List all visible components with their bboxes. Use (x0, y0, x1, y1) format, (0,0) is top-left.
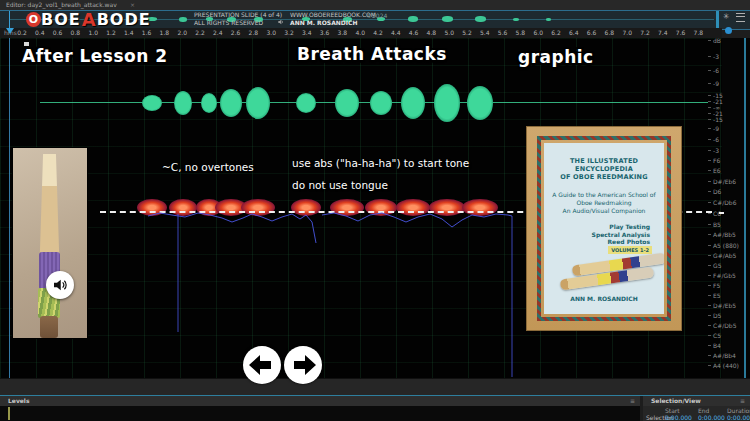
slide-info-text: PRESENTATION SLIDE (4 of 4) (194, 11, 282, 19)
ruler-tick: 7.8 (694, 29, 704, 36)
db-scale-label: -15 (713, 116, 723, 123)
overview-burst (408, 16, 418, 22)
arrow-right-icon (284, 346, 322, 384)
logo-text-a: A (82, 9, 96, 30)
ruler-tick: 2.6 (231, 29, 241, 36)
book-frame-border: THE ILLUSTRATED ENCYCLOPEDIA OF OBOE REE… (537, 136, 671, 321)
levels-panel: Levels ≡ (0, 396, 640, 421)
db-scale-label: -9 (713, 80, 719, 87)
ruler-tick: 7.2 (640, 29, 650, 36)
ruler-tick: 3.8 (338, 29, 348, 36)
book-volumes-badge: VOLUMES 1-2 (608, 246, 652, 254)
overview-burst (442, 16, 453, 22)
meter-line (8, 407, 10, 420)
ruler-tick: 2.4 (213, 29, 223, 36)
book-subtitle-line1: A Guide to the American School of (544, 191, 664, 199)
overview-playhead[interactable] (9, 11, 10, 29)
levels-menu-icon[interactable]: ≡ (630, 396, 635, 406)
pitch-scale-label: A4 (440) (713, 362, 739, 369)
ruler-tick: 6.2 (551, 29, 561, 36)
overview-burst (513, 18, 519, 21)
ruler-tick: 3.4 (302, 29, 312, 36)
ruler-tick: 5.8 (516, 29, 526, 36)
overview-burst (475, 16, 486, 22)
waveform-burst (335, 89, 359, 117)
speaker-small-icon (277, 11, 285, 30)
ruler-tick: 6.6 (587, 29, 597, 36)
ruler-tick: 4.8 (427, 29, 437, 36)
pitch-scale-label: C#/Db6 (713, 199, 736, 206)
ruler-tick: 5.0 (444, 29, 454, 36)
waveform-burst (370, 91, 392, 115)
logo-o-badge: O (26, 12, 41, 27)
logo-text-bode: BODE (97, 10, 151, 29)
lesson-label: After Lesson 2 (22, 46, 168, 66)
scrollbar-edge[interactable] (744, 38, 746, 378)
speaker-icon (51, 276, 69, 294)
ruler-tick: 4.2 (373, 29, 383, 36)
c6-scale-marker (719, 212, 724, 214)
audio-editor-window: Editor: day2_vol1_breath_attack.wav × O … (0, 0, 750, 421)
book-author: ANN M. ROSANDICH (544, 295, 664, 302)
overview-end-handle[interactable] (716, 11, 719, 29)
editor-tab-title[interactable]: Editor: day2_vol1_breath_attack.wav (6, 1, 117, 8)
book-title-line1: THE ILLUSTRATED ENCYCLOPEDIA (544, 157, 664, 173)
ruler-tick: 1.8 (160, 29, 170, 36)
pitch-scale-label: F6 (713, 157, 720, 164)
close-icon[interactable]: × (130, 1, 135, 8)
pitch-scale-label: F5 (713, 282, 720, 289)
ruler-tick: 4.0 (355, 29, 365, 36)
previous-slide-button[interactable] (243, 346, 281, 384)
book-feature: Play Testing (544, 223, 664, 231)
audio-play-button[interactable] (46, 271, 74, 299)
playhead-marker-icon[interactable] (6, 28, 14, 34)
pitch-scale-label: E6 (713, 167, 721, 174)
logo-text-boe: BOE (41, 10, 81, 29)
selview-value: 0:00.000 (665, 414, 692, 421)
selection-view-title: Selection/View (643, 396, 750, 406)
scale-toggle-icon[interactable] (725, 27, 732, 34)
hand-tool-icon[interactable]: ✳ (723, 13, 730, 22)
levels-panel-title: Levels (0, 396, 640, 406)
selview-value: 0:00.00 (727, 414, 750, 421)
overview-burst (546, 18, 551, 21)
rights-text: ALL RIGHTS RESERVED (194, 19, 263, 27)
ruler-tick: 0.8 (71, 29, 81, 36)
transport-bar: 0:00.000 ■▶▌▌▌◀◀◀▶▶▶▌●↻⇄ (0, 378, 750, 396)
ruler-tick: 0.6 (53, 29, 63, 36)
db-scale-label: dB (713, 37, 721, 44)
panel-menu-icon[interactable] (736, 13, 745, 22)
book-feature: Reed Photos (544, 238, 664, 246)
waveform-burst (401, 87, 425, 119)
header-author-text: ANN M. ROSANDICH (290, 19, 357, 27)
selection-view-panel: Selection/View ≡ StartEndDurationSelecti… (643, 396, 750, 421)
ruler-tick: 0.2 (17, 29, 27, 36)
copyright-text: ©2024 (366, 12, 387, 19)
pitch-scale-label: E5 (713, 292, 721, 299)
db-scale-label: -6 (713, 136, 719, 143)
ruler-tick: 2.8 (249, 29, 259, 36)
spectral-burst (396, 199, 430, 216)
editor-playhead[interactable] (9, 38, 10, 378)
oboe-reed-photo (13, 148, 87, 338)
db-scale-label: -3 (713, 53, 719, 60)
waveform-burst (434, 84, 460, 122)
next-slide-button[interactable] (284, 346, 322, 384)
ruler-tick: 3.2 (284, 29, 294, 36)
pitch-scale-label: D#/Eb5 (713, 302, 736, 309)
waveform-burst (174, 91, 192, 115)
spectral-burst (169, 199, 197, 216)
ruler-tick: 5.4 (480, 29, 490, 36)
reed-blade (38, 154, 61, 254)
spectral-burst (429, 199, 465, 216)
waveform-burst (296, 93, 316, 113)
ruler-tick: 5.2 (462, 29, 472, 36)
spectral-burst (137, 199, 167, 216)
selection-view-menu-icon[interactable]: ≡ (740, 396, 745, 406)
spectral-burst (291, 199, 321, 216)
pitch-scale-label: G5 (713, 262, 721, 269)
book-feature-list: Play TestingSpectral AnalysisReed Photos (544, 223, 664, 246)
waveform-burst (220, 89, 242, 117)
ruler-tick: 7.4 (658, 29, 668, 36)
selview-value: 0:00.000 (698, 414, 725, 421)
